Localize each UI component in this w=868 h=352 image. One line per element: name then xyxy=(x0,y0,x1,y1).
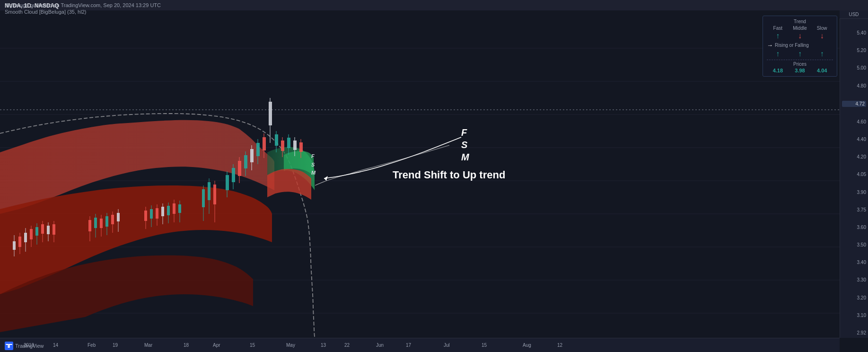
trend-arrows-row: ↑ ↓ ↓ xyxy=(767,32,833,40)
svg-rect-39 xyxy=(144,211,147,221)
price-440: 4.40 xyxy=(842,137,866,142)
svg-rect-31 xyxy=(100,219,103,228)
svg-rect-35 xyxy=(111,215,114,224)
s-label: S xyxy=(461,139,469,151)
price-320: 3.20 xyxy=(842,295,866,300)
time-15b: 15 xyxy=(482,343,487,348)
rising-falling-label: Rising or Falling xyxy=(775,43,809,48)
svg-rect-33 xyxy=(105,216,108,227)
price-540: 5.40 xyxy=(842,30,866,35)
top-bar: BigBeluga published on TradingView.com, … xyxy=(0,0,868,10)
time-22: 22 xyxy=(344,343,350,348)
fast-arrow: ↑ xyxy=(767,32,789,40)
svg-rect-77 xyxy=(281,141,284,151)
svg-rect-15 xyxy=(24,233,27,242)
prices-title: Prices xyxy=(767,62,833,67)
svg-rect-67 xyxy=(250,149,254,162)
time-jul: Jul xyxy=(444,343,450,348)
symbol-line: NVDA, 1D, NASDAQ xyxy=(5,2,86,9)
time-aug: Aug xyxy=(523,343,531,348)
tv-logo-svg xyxy=(5,342,13,350)
panel-divider xyxy=(767,60,833,60)
arrow-right-row: → Rising or Falling xyxy=(767,42,833,49)
svg-rect-55 xyxy=(208,182,210,200)
price-340: 3.40 xyxy=(842,260,866,265)
fast-label: Fast xyxy=(767,26,789,31)
fast-rising-arrow: ↑ xyxy=(767,50,789,58)
prices-row: 4.18 3.98 4.04 xyxy=(767,68,833,73)
svg-rect-57 xyxy=(213,185,216,204)
svg-rect-23 xyxy=(47,226,50,234)
trend-shift-text: Trend Shift to Up trend xyxy=(393,169,505,181)
time-apr: Apr xyxy=(213,343,220,348)
price-292: 2.92 xyxy=(842,330,866,335)
price-350: 3.50 xyxy=(842,242,866,247)
svg-rect-25 xyxy=(53,224,55,235)
arrow-right-icon: → xyxy=(767,42,773,49)
indicator-line: Smooth Cloud [BigBeluga] (35, hl2) xyxy=(5,9,86,15)
price-360: 3.60 xyxy=(842,225,866,230)
svg-rect-27 xyxy=(88,220,91,231)
price-fast: 4.18 xyxy=(767,68,789,73)
svg-rect-13 xyxy=(18,237,21,247)
price-middle: 3.98 xyxy=(789,68,811,73)
tv-logo: TradingView xyxy=(5,342,44,350)
middle-rising-arrow: ↑ xyxy=(789,50,811,58)
chart-header: NVDA, 1D, NASDAQ Smooth Cloud [BigBeluga… xyxy=(5,2,86,15)
slow-label: Slow xyxy=(811,26,833,31)
middle-label: Middle xyxy=(789,26,811,31)
f-label: F xyxy=(461,126,469,139)
price-472: 4.72 xyxy=(842,101,866,107)
svg-rect-49 xyxy=(173,203,175,214)
usd-badge: USD xyxy=(840,10,868,19)
f-small-label: F xyxy=(311,152,316,161)
svg-rect-53 xyxy=(202,189,205,207)
time-12: 12 xyxy=(557,343,562,348)
time-mar: Mar xyxy=(144,343,152,348)
s-small-label: S xyxy=(311,161,316,169)
price-420: 4.20 xyxy=(842,154,866,159)
price-500: 5.00 xyxy=(842,65,866,70)
svg-rect-79 xyxy=(287,138,290,148)
svg-rect-51 xyxy=(178,204,181,213)
time-axis: 2019 14 Feb 19 Mar 18 Apr 15 May 13 22 J… xyxy=(0,338,840,352)
price-405: 4.05 xyxy=(842,172,866,177)
svg-rect-19 xyxy=(35,227,38,236)
price-520: 5.20 xyxy=(842,48,866,53)
svg-rect-81 xyxy=(293,141,297,150)
price-310: 3.10 xyxy=(842,313,866,318)
svg-rect-65 xyxy=(244,155,247,168)
m-small-label: M xyxy=(311,169,316,177)
trend-title: Trend xyxy=(767,19,833,24)
price-390: 3.90 xyxy=(842,190,866,195)
m-label: M xyxy=(461,151,469,163)
svg-rect-37 xyxy=(117,213,120,221)
trend-panel: Trend Fast Middle Slow ↑ ↓ ↓ → Rising or… xyxy=(763,16,837,77)
svg-rect-21 xyxy=(41,224,44,234)
svg-rect-47 xyxy=(167,206,170,215)
time-15: 15 xyxy=(250,343,255,348)
chart-area: F S M F S M Trend Shift to Up trend xyxy=(0,10,840,338)
rising-arrows-row: ↑ ↑ ↑ xyxy=(767,50,833,58)
trend-col-labels: Fast Middle Slow xyxy=(767,26,833,31)
svg-rect-45 xyxy=(161,207,164,216)
price-460: 4.60 xyxy=(842,119,866,124)
fsm-large-label: F S M xyxy=(461,126,469,163)
price-scale: 5.60 5.40 5.20 5.00 4.80 4.72 4.60 4.40 … xyxy=(840,10,868,338)
slow-arrow: ↓ xyxy=(811,32,833,40)
time-feb: Feb xyxy=(88,343,96,348)
time-19: 19 xyxy=(113,343,118,348)
time-14: 14 xyxy=(53,343,58,348)
svg-rect-59 xyxy=(226,175,229,190)
svg-rect-73 xyxy=(269,102,272,125)
middle-arrow: ↓ xyxy=(789,32,811,40)
price-375: 3.75 xyxy=(842,207,866,212)
tv-logo-text: TradingView xyxy=(15,343,44,349)
price-slow: 4.04 xyxy=(811,68,833,73)
svg-rect-29 xyxy=(94,218,97,228)
svg-rect-43 xyxy=(156,208,158,219)
svg-rect-11 xyxy=(13,241,16,250)
time-jun: Jun xyxy=(376,343,384,348)
svg-rect-61 xyxy=(232,168,235,182)
svg-rect-83 xyxy=(299,142,303,152)
